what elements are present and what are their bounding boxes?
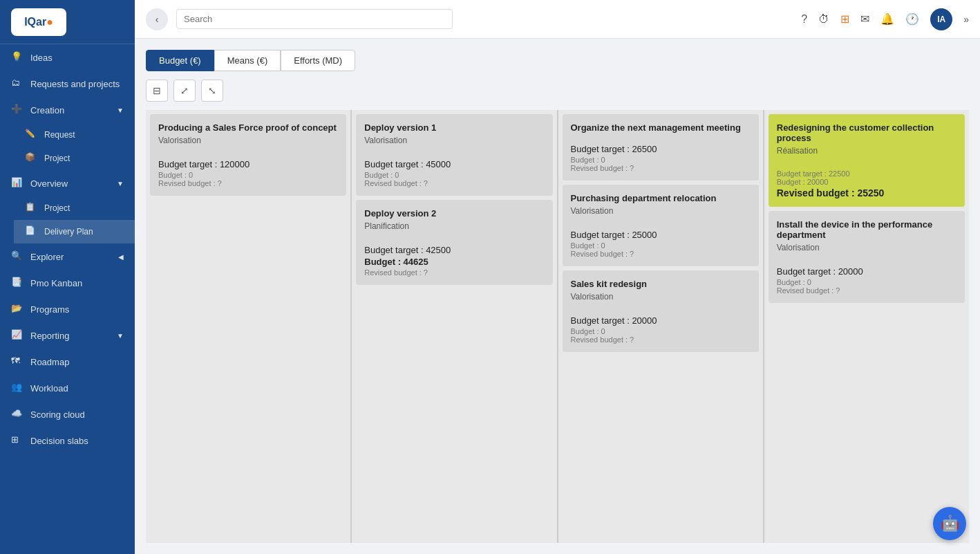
revised-budget: Revised budget : ? [571,250,751,258]
sidebar-item-label: Request [44,130,75,140]
tab-budget[interactable]: Budget (€) [146,50,214,71]
creation-icon: ➕ [11,104,23,116]
card-install-device: Install the device in the performance de… [769,211,965,303]
card-title: Deploy version 2 [364,208,544,219]
sidebar-item-label: Decision slabs [30,436,88,446]
project-create-icon: 📦 [25,152,37,165]
filter-icon: ⊟ [153,85,161,96]
clock-icon[interactable]: 🕐 [905,12,919,26]
sidebar-logo: IQar● [0,0,135,44]
decision-slabs-icon: ⊞ [11,434,23,447]
revised-budget-bold: Revised budget : 25250 [777,187,957,198]
card-subtitle: Réalisation [777,146,957,156]
sidebar-item-label: Pmo Kanban [30,278,82,288]
budget-sub: Budget : 20000 [777,178,957,186]
sidebar-item-label: Reporting [30,331,69,341]
sidebar-item-overview[interactable]: 📊 Overview ▼ [0,170,135,196]
sidebar-item-ideas[interactable]: 💡 Ideas [0,44,135,71]
roadmap-icon: 🗺 [11,356,23,368]
toolbar: ⊟ ⤢ ⤡ [146,80,969,102]
card-sales-force: Producing a Sales Force proof of concept… [150,114,346,196]
card-title: Purchasing department relocation [571,193,751,203]
chatbot-icon: 🤖 [941,515,959,533]
column-1: Producing a Sales Force proof of concept… [146,110,352,543]
sidebar-item-explorer[interactable]: 🔍 Explorer ◀ [0,243,135,270]
cards-container: Producing a Sales Force proof of concept… [146,110,969,543]
sidebar-item-label: Project [44,203,70,213]
sidebar-sub-overview: 📋 Project 📄 Delivery Plan [0,196,135,243]
search-input[interactable] [176,9,453,29]
request-icon: ✏️ [25,129,37,141]
mail-icon[interactable]: ✉ [860,12,869,26]
sidebar-item-pmo-kanban[interactable]: 📑 Pmo Kanban [0,270,135,296]
app-logo: IQar● [11,8,66,36]
sidebar-item-workload[interactable]: 👥 Workload [0,375,135,401]
card-subtitle: Valorisation [158,136,338,145]
sidebar-item-label: Ideas [30,53,53,63]
sidebar-item-delivery-plan[interactable]: 📄 Delivery Plan [14,220,135,243]
card-subtitle: Valorisation [364,136,544,145]
sidebar-item-label: Explorer [30,252,64,262]
budget-target: Budget target : 120000 [158,159,338,169]
scoring-cloud-icon: ☁️ [11,408,23,421]
header: ‹ ? ⏱ ⊞ ✉ 🔔 🕐 IA » [135,0,980,39]
project-overview-icon: 📋 [25,202,37,214]
main-area: ‹ ? ⏱ ⊞ ✉ 🔔 🕐 IA » Budget (€) Means (€) [135,0,980,554]
tab-means[interactable]: Means (€) [214,50,281,71]
budget-target-sub: Budget target : 22500 [777,169,957,178]
sidebar-item-requests[interactable]: 🗂 Requests and projects [0,71,135,97]
sidebar-item-roadmap[interactable]: 🗺 Roadmap [0,349,135,375]
budget: Budget : 0 [158,171,338,179]
chevron-down-icon: ▼ [117,332,124,340]
fullscreen-button[interactable]: ⤡ [201,80,223,102]
card-redesigning-collection: Redesigning the customer collection proc… [769,114,965,207]
user-avatar[interactable]: IA [930,8,952,30]
sidebar-item-request[interactable]: ✏️ Request [14,123,135,147]
sidebar-sub-creation: ✏️ Request 📦 Project [0,123,135,170]
card-subtitle: Valorisation [571,292,751,302]
help-icon[interactable]: ? [801,13,807,26]
back-button[interactable]: ‹ [146,8,168,30]
sidebar-item-reporting[interactable]: 📈 Reporting ▼ [0,322,135,349]
sidebar-item-label: Delivery Plan [44,227,93,237]
card-title: Deploy version 1 [364,122,544,133]
filter-button[interactable]: ⊟ [146,80,168,102]
card-subtitle: Valorisation [777,243,957,252]
tab-bar: Budget (€) Means (€) Efforts (MD) [146,50,969,71]
card-deploy-v1: Deploy version 1 Valorisation Budget tar… [356,114,552,196]
collapse-icon[interactable]: » [963,14,969,25]
column-2: Deploy version 1 Valorisation Budget tar… [352,110,558,543]
sidebar-item-project-create[interactable]: 📦 Project [14,147,135,170]
chatbot-button[interactable]: 🤖 [933,507,966,540]
sidebar-item-project-overview[interactable]: 📋 Project [14,196,135,220]
budget-bold: Budget : 44625 [364,257,544,267]
card-title: Sales kit redesign [571,279,751,289]
budget: Budget : 0 [364,171,544,179]
card-title: Install the device in the performance de… [777,219,957,240]
card-subtitle: Planification [364,221,544,231]
notification-icon[interactable]: 🔔 [880,12,894,26]
sidebar-item-label: Workload [30,383,68,394]
chevron-down-icon: ▼ [117,180,124,187]
budget-target: Budget target : 25000 [571,230,751,240]
revised-budget: Revised budget : ? [364,268,544,277]
card-title: Redesigning the customer collection proc… [777,122,957,143]
apps-icon[interactable]: ⊞ [840,12,849,26]
sidebar-item-creation[interactable]: ➕ Creation ▼ [0,97,135,123]
card-sales-kit: Sales kit redesign Valorisation Budget t… [563,270,759,352]
sidebar-item-programs[interactable]: 📂 Programs [0,296,135,322]
card-subtitle: Valorisation [571,206,751,216]
programs-icon: 📂 [11,303,23,315]
card-management-meeting: Organize the next management meeting Bud… [563,114,759,181]
budget: Budget : 0 [571,156,751,164]
expand-button[interactable]: ⤢ [173,80,196,102]
header-icons: ? ⏱ ⊞ ✉ 🔔 🕐 IA » [801,8,969,30]
sidebar-item-scoring-cloud[interactable]: ☁️ Scoring cloud [0,401,135,427]
chevron-left-icon: ◀ [118,253,124,261]
history-icon[interactable]: ⏱ [818,13,829,26]
card-purchasing-relocation: Purchasing department relocation Valoris… [563,185,759,266]
sidebar-item-label: Roadmap [30,357,69,367]
tab-efforts[interactable]: Efforts (MD) [281,50,355,71]
sidebar-item-decision-slabs[interactable]: ⊞ Decision slabs [0,427,135,454]
sidebar-item-label: Overview [30,178,68,189]
